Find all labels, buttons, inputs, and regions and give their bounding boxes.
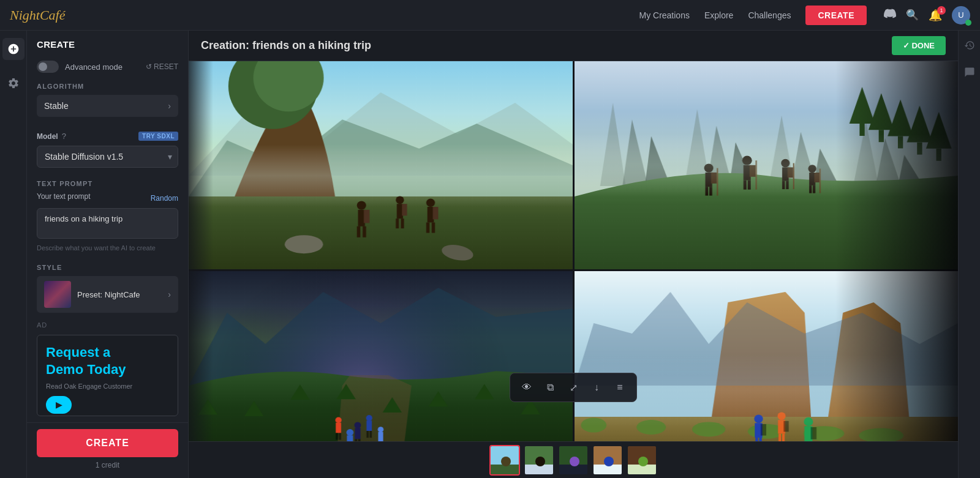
thumbnail-2[interactable] — [524, 445, 554, 476]
thumbnail-1[interactable] — [489, 445, 520, 476]
style-name: Preset: NightCafe — [77, 290, 162, 299]
algorithm-dropdown[interactable]: Stable › — [37, 95, 178, 117]
create-bottom: CREATE 1 credit — [27, 422, 188, 478]
reset-button[interactable]: ↺ RESET — [146, 62, 178, 71]
text-prompt-section: TEXT PROMPT Your text prompt Random frie… — [27, 174, 188, 258]
right-sidebar — [958, 31, 980, 478]
panel-header-create: CREATE — [27, 31, 188, 54]
image-toolbar: 👁 ⧉ ⤢ ↓ ≡ — [510, 373, 637, 402]
discord-icon[interactable] — [884, 7, 896, 23]
advanced-mode-label: Advanced mode — [65, 62, 123, 72]
style-preset-row[interactable]: Preset: NightCafe › — [37, 276, 178, 313]
ad-headline: Request aDemo Today — [46, 344, 169, 378]
model-help-icon[interactable]: ? — [62, 132, 66, 141]
algorithm-label: ALGORITHM — [37, 83, 178, 90]
model-header-row: Model ? TRY SDXL — [37, 132, 178, 141]
image-cell-2[interactable] — [575, 61, 959, 269]
chevron-right-icon: › — [168, 101, 171, 111]
toolbar-copy-button[interactable]: ⧉ — [540, 377, 560, 398]
notifications-icon[interactable]: 🔔 1 — [929, 9, 942, 22]
image-cell-3[interactable] — [189, 271, 573, 441]
nav-create-button[interactable]: CREATE — [805, 6, 867, 25]
text-prompt-label: TEXT PROMPT — [37, 180, 178, 187]
icon-sidebar — [0, 31, 27, 478]
ad-subtext: Read Oak Engage Customer — [46, 383, 169, 390]
right-history-icon[interactable] — [961, 37, 978, 54]
search-icon[interactable]: 🔍 — [906, 9, 919, 21]
style-section: STYLE Preset: NightCafe › — [27, 258, 188, 319]
nav-links: My Creations Explore Challenges CREATE — [639, 6, 867, 25]
toolbar-expand-button[interactable]: ⤢ — [563, 377, 584, 398]
your-text-prompt-label: Your text prompt — [37, 192, 91, 201]
done-button[interactable]: ✓ DONE — [892, 36, 946, 55]
model-label-group: Model ? — [37, 132, 66, 141]
thumbnail-3[interactable] — [558, 445, 589, 476]
ad-section: Request aDemo Today Read Oak Engage Cust… — [37, 335, 178, 416]
style-thumbnail — [44, 281, 71, 308]
right-chat-icon[interactable] — [961, 64, 978, 81]
main-layout: CREATE Advanced mode ↺ RESET ALGORITHM S… — [0, 31, 980, 478]
model-select[interactable]: Stable Diffusion v1.5 Stable Diffusion v… — [37, 146, 178, 168]
nav-explore[interactable]: Explore — [704, 10, 733, 20]
ad-button[interactable]: ▶ — [46, 396, 72, 414]
ad-label: AD — [27, 319, 188, 329]
toolbar-eye-button[interactable]: 👁 — [516, 377, 537, 398]
thumbnail-5[interactable] — [627, 445, 657, 476]
nav-icons: 🔍 🔔 1 U — [884, 6, 970, 24]
style-chevron-icon: › — [168, 289, 171, 299]
advanced-mode-toggle[interactable] — [37, 61, 59, 73]
model-section: Model ? TRY SDXL Stable Diffusion v1.5 S… — [27, 125, 188, 174]
content-header: Creation: friends on a hiking trip ✓ DON… — [189, 31, 958, 61]
prompt-textarea[interactable]: friends on a hiking trip — [37, 208, 178, 239]
main-content: Creation: friends on a hiking trip ✓ DON… — [189, 31, 958, 478]
image-cell-4[interactable] — [575, 271, 959, 441]
image-cell-1[interactable] — [189, 61, 573, 269]
nav-challenges[interactable]: Challenges — [748, 10, 791, 20]
thumbnail-4[interactable] — [592, 445, 623, 476]
model-select-wrapper: Stable Diffusion v1.5 Stable Diffusion v… — [37, 146, 178, 168]
sidebar-create-icon[interactable] — [2, 38, 24, 60]
sidebar-settings-icon[interactable] — [2, 72, 24, 94]
image-grid-area[interactable]: 👁 ⧉ ⤢ ↓ ≡ — [189, 61, 958, 441]
style-label: STYLE — [37, 264, 178, 271]
creation-title: Creation: friends on a hiking trip — [201, 39, 371, 52]
topnav: NightCafé My Creations Explore Challenge… — [0, 0, 980, 31]
random-link[interactable]: Random — [151, 194, 178, 203]
model-label: Model — [37, 132, 58, 141]
toolbar-download-button[interactable]: ↓ — [586, 377, 607, 398]
toolbar-menu-button[interactable]: ≡ — [609, 377, 630, 398]
text-prompt-header: Your text prompt Random — [37, 192, 178, 204]
advanced-mode-row: Advanced mode ↺ RESET — [27, 54, 188, 77]
try-sdxl-badge[interactable]: TRY SDXL — [138, 132, 178, 141]
credit-text: 1 credit — [37, 457, 178, 476]
logo: NightCafé — [10, 7, 65, 23]
create-big-button[interactable]: CREATE — [37, 429, 178, 457]
prompt-hint: Describe what you want the AI to create — [37, 244, 178, 252]
avatar[interactable]: U — [952, 6, 970, 24]
toggle-knob — [39, 62, 47, 71]
algorithm-value: Stable — [44, 101, 69, 111]
nav-my-creations[interactable]: My Creations — [639, 10, 689, 20]
notification-badge: 1 — [937, 6, 946, 15]
avatar-status-badge — [965, 20, 971, 26]
algorithm-section: ALGORITHM Stable › — [27, 77, 188, 125]
thumbnail-strip — [189, 441, 958, 478]
left-panel: CREATE Advanced mode ↺ RESET ALGORITHM S… — [27, 31, 189, 478]
